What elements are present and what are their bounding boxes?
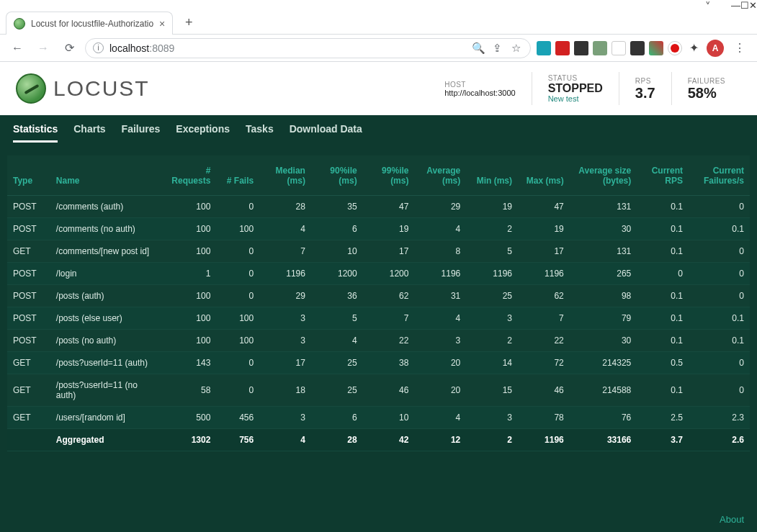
col-median[interactable]: Median (ms) — [259, 155, 311, 195]
table-row: POST /comments (auth) 100 0 28 35 47 29 … — [7, 195, 750, 217]
col-max[interactable]: Max (ms) — [518, 155, 570, 195]
cell-p99: 17 — [363, 240, 415, 262]
window-chevron-icon[interactable]: ˅ — [705, 0, 731, 22]
cell-fail: 0 — [216, 284, 259, 307]
cell-min: 2 — [466, 428, 518, 451]
zoom-icon[interactable]: 🔍 — [471, 41, 485, 55]
cell-max: 78 — [518, 406, 570, 428]
stat-failures-value: 58% — [688, 85, 725, 101]
share-icon[interactable]: ⇪ — [490, 41, 504, 55]
cell-med: 1196 — [259, 262, 311, 284]
cell-fail: 756 — [216, 428, 259, 451]
cell-p90: 28 — [311, 428, 363, 451]
cell-fs: 0 — [689, 351, 750, 374]
locust-logo-icon — [16, 73, 46, 104]
cell-p99: 1200 — [363, 262, 415, 284]
nav-reload-button[interactable]: ⟳ — [59, 38, 79, 58]
cell-req: 100 — [160, 329, 216, 351]
locust-logo: LOCUST — [16, 73, 150, 104]
col-fails[interactable]: # Fails — [216, 155, 259, 195]
cell-type — [7, 428, 50, 451]
tab-exceptions[interactable]: Exceptions — [176, 115, 230, 143]
col-size[interactable]: Average size (bytes) — [570, 155, 637, 195]
url-host: localhost:8089 — [109, 42, 174, 54]
window-maximize-button[interactable]: ☐ — [740, 0, 749, 22]
stats-table-wrap: Type Name # Requests # Fails Median (ms)… — [0, 143, 757, 506]
cell-fail: 100 — [216, 307, 259, 329]
favicon-icon — [14, 18, 25, 30]
cell-fail: 0 — [216, 351, 259, 374]
tab-download-data[interactable]: Download Data — [290, 115, 362, 143]
extension-icon[interactable] — [555, 41, 570, 55]
site-info-icon[interactable]: i — [93, 42, 104, 53]
nav-back-button[interactable]: ← — [7, 38, 27, 58]
tab-close-icon[interactable]: × — [159, 18, 165, 30]
nav-forward-button[interactable]: → — [33, 38, 53, 58]
browser-tab-title: Locust for locustfile-Authorizatio — [31, 19, 153, 29]
extension-icon[interactable] — [612, 41, 626, 55]
cell-fail: 0 — [216, 374, 259, 406]
cell-req: 1 — [160, 262, 216, 284]
bookmark-icon[interactable]: ☆ — [509, 41, 523, 55]
col-avg[interactable]: Average (ms) — [414, 155, 466, 195]
tab-failures[interactable]: Failures — [122, 115, 161, 143]
cell-rps: 0.1 — [637, 307, 689, 329]
cell-p90: 36 — [311, 284, 363, 307]
cell-p99: 42 — [363, 428, 415, 451]
cell-rps: 0.1 — [637, 240, 689, 262]
window-minimize-button[interactable]: — — [731, 0, 740, 22]
col-rps[interactable]: Current RPS — [637, 155, 689, 195]
browser-tab-active[interactable]: Locust for locustfile-Authorizatio × — [6, 12, 173, 35]
cell-med: 7 — [259, 240, 311, 262]
col-min[interactable]: Min (ms) — [466, 155, 518, 195]
address-bar[interactable]: i localhost:8089 🔍 ⇪ ☆ — [85, 38, 531, 58]
cell-fail: 0 — [216, 240, 259, 262]
cell-min: 2 — [466, 329, 518, 351]
tab-statistics[interactable]: Statistics — [13, 115, 58, 143]
cell-fs: 2.3 — [689, 406, 750, 428]
col-failures-s[interactable]: Current Failures/s — [689, 155, 750, 195]
col-requests[interactable]: # Requests — [160, 155, 216, 195]
new-test-link[interactable]: New test — [548, 94, 603, 103]
extension-icon[interactable] — [668, 41, 682, 55]
cell-type: POST — [7, 284, 50, 307]
about-link[interactable]: About — [720, 514, 744, 525]
stat-host-value: http://localhost:3000 — [444, 89, 515, 97]
cell-size: 98 — [570, 284, 637, 307]
new-tab-button[interactable]: + — [179, 12, 199, 32]
stat-rps-label: RPS — [635, 77, 655, 85]
cell-max: 72 — [518, 351, 570, 374]
app-tabs: Statistics Charts Failures Exceptions Ta… — [0, 115, 757, 143]
tab-charts[interactable]: Charts — [73, 115, 105, 143]
cell-min: 25 — [466, 284, 518, 307]
cell-type: POST — [7, 262, 50, 284]
col-p90[interactable]: 90%ile (ms) — [311, 155, 363, 195]
table-row: POST /posts (no auth) 100 100 3 4 22 3 2… — [7, 329, 750, 351]
extension-icon[interactable] — [630, 41, 645, 55]
cell-p90: 1200 — [311, 262, 363, 284]
cell-avg: 20 — [414, 351, 466, 374]
extension-icon[interactable] — [537, 41, 551, 55]
cell-avg: 4 — [414, 307, 466, 329]
extension-icon[interactable] — [574, 41, 588, 55]
browser-menu-button[interactable]: ⋮ — [730, 38, 750, 58]
cell-p90: 25 — [311, 374, 363, 406]
cell-rps: 0.5 — [637, 351, 689, 374]
cell-max: 7 — [518, 307, 570, 329]
cell-avg: 4 — [414, 406, 466, 428]
col-p99[interactable]: 99%ile (ms) — [363, 155, 415, 195]
locust-app: LOCUST HOST http://localhost:3000 STATUS… — [0, 62, 757, 532]
cell-req: 500 — [160, 406, 216, 428]
tab-tasks[interactable]: Tasks — [246, 115, 274, 143]
extension-icon[interactable] — [593, 41, 607, 55]
cell-max: 1196 — [518, 428, 570, 451]
cell-p90: 35 — [311, 195, 363, 217]
window-close-button[interactable]: ✕ — [749, 0, 757, 22]
profile-avatar[interactable]: A — [707, 40, 724, 57]
table-row: POST /comments (no auth) 100 100 4 6 19 … — [7, 217, 750, 240]
cell-name: /posts (auth) — [50, 284, 160, 307]
extension-icon[interactable] — [649, 41, 663, 55]
col-name[interactable]: Name — [50, 155, 160, 195]
col-type[interactable]: Type — [7, 155, 50, 195]
extensions-menu-icon[interactable]: ✦ — [686, 41, 701, 55]
